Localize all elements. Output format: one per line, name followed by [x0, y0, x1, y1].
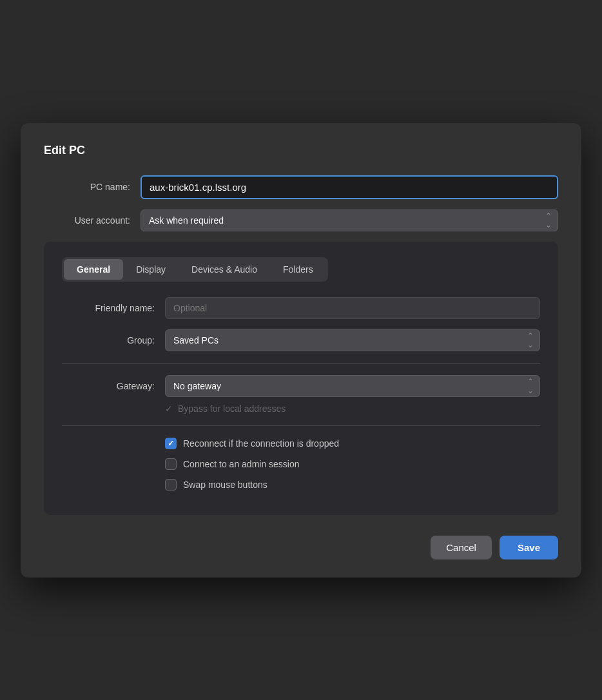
group-control: Saved PCs No group ⌃⌄ [165, 329, 540, 351]
divider-1 [62, 363, 540, 364]
admin-session-row: Connect to an admin session [62, 458, 540, 470]
reconnect-checkbox[interactable] [165, 438, 177, 449]
tab-display[interactable]: Display [123, 259, 179, 280]
pc-name-input[interactable] [141, 175, 558, 199]
tab-devices-audio[interactable]: Devices & Audio [179, 259, 270, 280]
tab-folders[interactable]: Folders [270, 259, 326, 280]
reconnect-label: Reconnect if the connection is dropped [183, 438, 339, 449]
dialog-footer: Cancel Save [44, 536, 558, 559]
gateway-wrapper: No gateway ⌃⌄ [165, 375, 540, 397]
cancel-button[interactable]: Cancel [431, 536, 492, 559]
tab-general[interactable]: General [64, 259, 123, 280]
group-label: Group: [62, 335, 165, 345]
admin-session-label: Connect to an admin session [183, 459, 300, 469]
friendly-name-input[interactable] [165, 297, 540, 319]
divider-2 [62, 425, 540, 426]
gateway-control: No gateway ⌃⌄ [165, 375, 540, 397]
pc-name-label: PC name: [44, 182, 141, 192]
gateway-row: Gateway: No gateway ⌃⌄ [62, 375, 540, 397]
bypass-row: ✓ Bypass for local addresses [62, 403, 540, 414]
group-wrapper: Saved PCs No group ⌃⌄ [165, 329, 540, 351]
swap-mouse-checkbox[interactable] [165, 479, 177, 491]
tab-panel: General Display Devices & Audio Folders … [44, 242, 558, 515]
friendly-name-control [165, 297, 540, 319]
pc-name-row: PC name: [44, 175, 558, 199]
user-account-select[interactable]: Ask when required Add user account... [141, 209, 558, 231]
user-account-row: User account: Ask when required Add user… [44, 209, 558, 231]
pc-name-control [141, 175, 558, 199]
admin-session-checkbox[interactable] [165, 458, 177, 470]
user-account-wrapper: Ask when required Add user account... ⌃⌄ [141, 209, 558, 231]
save-button[interactable]: Save [500, 536, 558, 559]
bypass-checkmark-icon: ✓ [165, 403, 173, 414]
gateway-select[interactable]: No gateway [165, 375, 540, 397]
swap-mouse-row: Swap mouse buttons [62, 479, 540, 491]
user-account-control: Ask when required Add user account... ⌃⌄ [141, 209, 558, 231]
tabs-row: General Display Devices & Audio Folders [62, 257, 328, 282]
reconnect-row: Reconnect if the connection is dropped [62, 438, 540, 449]
swap-mouse-label: Swap mouse buttons [183, 480, 267, 490]
group-select[interactable]: Saved PCs No group [165, 329, 540, 351]
edit-pc-dialog: Edit PC PC name: User account: Ask when … [21, 123, 581, 578]
user-account-label: User account: [44, 215, 141, 226]
friendly-name-label: Friendly name: [62, 303, 165, 313]
bypass-label: Bypass for local addresses [178, 403, 286, 414]
group-row: Group: Saved PCs No group ⌃⌄ [62, 329, 540, 351]
dialog-title: Edit PC [44, 144, 558, 157]
friendly-name-row: Friendly name: [62, 297, 540, 319]
gateway-label: Gateway: [62, 381, 165, 391]
